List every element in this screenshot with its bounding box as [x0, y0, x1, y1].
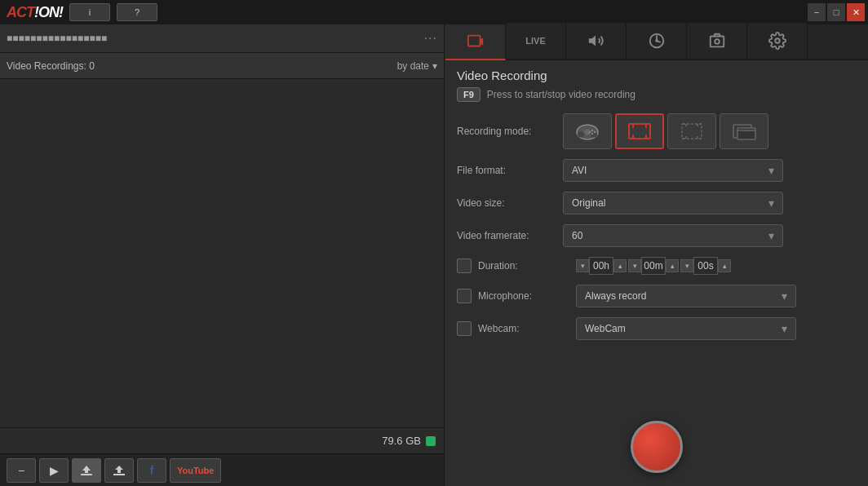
tab-live[interactable]: LIVE: [506, 23, 566, 59]
video-recording-section: Video Recording F9 Press to start/stop v…: [445, 60, 868, 413]
tab-live-label: LIVE: [525, 36, 545, 46]
maximize-button[interactable]: □: [827, 3, 845, 21]
video-framerate-row: Video framerate: 60 ▾: [457, 224, 857, 247]
minimize-button[interactable]: −: [808, 3, 826, 21]
duration-minutes-up[interactable]: ▴: [666, 259, 679, 272]
tab-audio[interactable]: [566, 23, 627, 59]
video-framerate-value: 60: [572, 230, 582, 241]
upload-button[interactable]: [72, 458, 101, 483]
file-format-row: File format: AVI ▾: [457, 159, 857, 182]
webcam-label: Webcam:: [478, 323, 576, 334]
storage-bar: 79.6 GB: [0, 427, 444, 453]
duration-checkbox[interactable]: [457, 258, 472, 273]
duration-minutes-unit: ▾ 00m ▴: [628, 257, 679, 275]
mode-window-button[interactable]: [720, 113, 768, 149]
sort-button[interactable]: by date ▾: [397, 60, 437, 72]
video-size-arrow-icon: ▾: [768, 197, 774, 210]
left-top-bar: ■■■■■■■■■■■■■■■■■ ···: [0, 24, 444, 53]
right-panel: LIVE: [445, 24, 868, 486]
duration-seconds-down[interactable]: ▾: [680, 259, 693, 272]
file-format-arrow-icon: ▾: [768, 164, 774, 177]
mode-fullscreen-button[interactable]: [615, 113, 664, 149]
video-size-row: Video size: Original ▾: [457, 192, 857, 214]
duration-hours-value: 00h: [589, 257, 613, 275]
video-framerate-arrow-icon: ▾: [768, 229, 774, 242]
video-framerate-label: Video framerate:: [457, 230, 563, 241]
svg-point-19: [591, 130, 593, 131]
tab-settings[interactable]: [747, 23, 808, 59]
app-logo: ACT!ON!: [7, 4, 63, 21]
microphone-row: Microphone: Always record ▾: [457, 285, 857, 307]
webcam-checkbox[interactable]: [457, 321, 472, 336]
recording-mode-row: Recording mode:: [457, 113, 857, 149]
tab-screenshot[interactable]: [687, 23, 747, 59]
tab-benchmark[interactable]: [627, 23, 687, 59]
svg-point-10: [655, 39, 658, 42]
mode-gamepad-button[interactable]: [563, 113, 612, 149]
duration-row: Duration: ▾ 00h ▴ ▾ 00m ▴ ▾ 00s: [457, 257, 857, 275]
duration-hours-up[interactable]: ▴: [613, 259, 627, 272]
shortcut-key-badge: F9: [457, 87, 480, 102]
svg-point-12: [715, 39, 720, 44]
duration-minutes-value: 00m: [641, 257, 666, 275]
storage-indicator: [426, 436, 436, 446]
microphone-dropdown[interactable]: Always record ▾: [576, 285, 796, 307]
webcam-arrow-icon: ▾: [782, 322, 787, 335]
duration-hours-unit: ▾ 00h ▴: [576, 257, 627, 275]
info-button[interactable]: i: [69, 3, 110, 21]
webcam-dropdown[interactable]: WebCam ▾: [576, 317, 796, 340]
app-header: ACT!ON! i ?: [0, 0, 445, 24]
microphone-label: Microphone:: [478, 290, 576, 302]
svg-rect-23: [629, 124, 650, 139]
left-panel: ■■■■■■■■■■■■■■■■■ ··· Video Recordings: …: [0, 24, 445, 486]
svg-rect-11: [710, 37, 724, 47]
facebook-button[interactable]: f: [137, 458, 166, 483]
video-recording-title: Video Recording: [457, 68, 857, 82]
minus-button[interactable]: −: [7, 458, 36, 483]
play-button[interactable]: ▶: [39, 458, 69, 483]
vr-shortcut-row: F9 Press to start/stop video recording: [457, 87, 857, 102]
duration-seconds-value: 00s: [693, 257, 718, 275]
duration-hours-down[interactable]: ▾: [576, 259, 589, 272]
record-button[interactable]: [631, 421, 683, 473]
share-button[interactable]: [104, 458, 134, 483]
duration-controls: ▾ 00h ▴ ▾ 00m ▴ ▾ 00s ▴: [576, 257, 731, 275]
svg-rect-24: [682, 124, 702, 139]
svg-point-13: [775, 38, 780, 43]
svg-point-15: [578, 132, 584, 138]
recordings-label: Video Recordings: 0: [7, 60, 95, 72]
microphone-value: Always record: [585, 290, 646, 302]
webcam-value: WebCam: [585, 323, 626, 334]
bottom-toolbar: − ▶ f YouTube: [0, 453, 444, 486]
tab-bar: LIVE: [445, 24, 868, 60]
video-size-dropdown[interactable]: Original ▾: [563, 192, 783, 214]
svg-point-20: [594, 131, 596, 133]
svg-rect-0: [81, 474, 92, 475]
sort-label: by date: [397, 60, 429, 72]
svg-marker-2: [115, 466, 123, 473]
duration-label: Duration:: [478, 260, 576, 272]
webcam-row: Webcam: WebCam ▾: [457, 317, 857, 340]
duration-seconds-unit: ▾ 00s ▴: [680, 257, 731, 275]
shortcut-description: Press to start/stop video recording: [487, 89, 636, 100]
help-button[interactable]: ?: [117, 3, 157, 21]
microphone-checkbox[interactable]: [457, 289, 472, 303]
mode-region-button[interactable]: [667, 113, 716, 149]
recording-mode-label: Recording mode:: [457, 126, 563, 137]
file-format-label: File format:: [457, 165, 563, 176]
svg-rect-4: [467, 36, 480, 46]
svg-marker-6: [588, 36, 595, 46]
sort-arrow-icon: ▾: [432, 60, 437, 72]
video-framerate-dropdown[interactable]: 60 ▾: [563, 224, 783, 247]
tab-video[interactable]: [445, 24, 506, 60]
youtube-button[interactable]: YouTube: [170, 458, 221, 483]
more-button[interactable]: ···: [424, 31, 437, 46]
file-format-dropdown[interactable]: AVI ▾: [563, 159, 783, 182]
duration-seconds-up[interactable]: ▴: [718, 259, 731, 272]
svg-marker-1: [82, 466, 91, 473]
duration-minutes-down[interactable]: ▾: [628, 259, 641, 272]
left-panel-title: ■■■■■■■■■■■■■■■■■: [7, 33, 107, 44]
svg-point-21: [591, 133, 593, 135]
close-button[interactable]: ✕: [847, 3, 865, 21]
mode-buttons: [563, 113, 768, 149]
